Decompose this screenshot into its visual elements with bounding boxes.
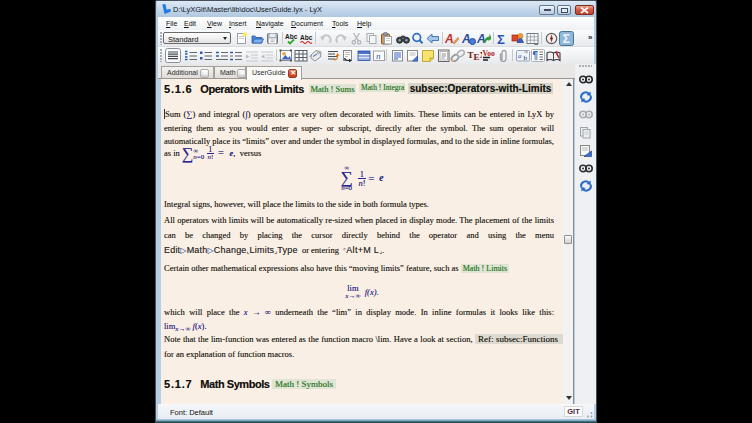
svg-text:Σ: Σ: [497, 32, 505, 45]
svg-text:Voo: Voo: [483, 49, 495, 58]
svg-text:A: A: [477, 32, 486, 45]
svg-text:Σ: Σ: [563, 32, 571, 46]
svg-text:n: n: [376, 51, 381, 61]
svg-text:Abc: Abc: [285, 33, 298, 40]
svg-text:a: a: [518, 52, 522, 60]
svg-text:TEX: TEX: [467, 50, 482, 62]
svg-text:b: b: [523, 54, 527, 62]
svg-text:¶: ¶: [533, 50, 539, 61]
svg-text:A: A: [445, 32, 454, 45]
svg-text:Abc: Abc: [300, 34, 313, 41]
